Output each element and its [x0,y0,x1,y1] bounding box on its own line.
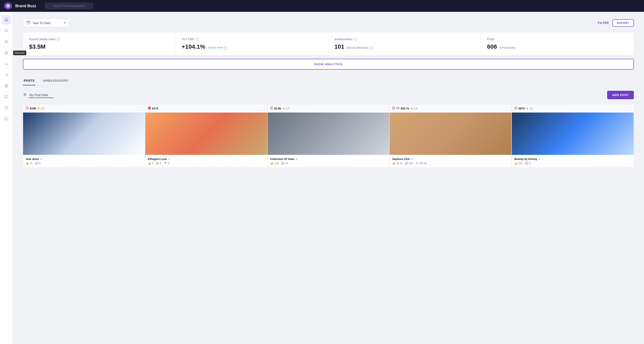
post-stats-3: 👍 15.7k 💬 142 👁 147.3k [392,162,509,165]
post-meta-2: $2.8k 4.7 [270,107,290,110]
stat-value-posts: 606 [487,43,497,50]
post-checkbox-3[interactable] [506,107,509,110]
svg-marker-1 [7,5,9,7]
sidebar-item-barchart[interactable] [2,59,11,69]
sidebar-item-notifications[interactable] [2,15,11,24]
sidebar-item-people[interactable] [2,37,11,46]
topbar: Brand Buzz 🔍 [0,0,644,12]
post-stats-1: 👍 0 💬 0 📍 0 [148,162,264,165]
post-author-name-4: Beauty by Kelsey [514,158,537,161]
svg-rect-29 [26,107,28,109]
stat-cards: Earned Media Value ℹ $3.5M YoY EMV ℹ +10… [23,32,634,55]
post-stats-4: 👍 231 💬 5 [514,162,631,165]
post-location-1: 📍 0 [164,162,169,165]
svg-point-15 [6,85,7,87]
post-likes-1: 👍 0 [148,162,153,165]
sidebar-item-list[interactable] [2,70,11,80]
sidebar-item-import[interactable] [2,114,11,124]
post-checkbox-0[interactable] [139,107,142,110]
stat-value-emv: $3.5M [29,43,170,50]
sidebar: Discover [0,12,13,344]
comment-icon-1: 💬 [156,162,159,165]
location-icon-1: 📍 [164,162,167,165]
show-analytics-button[interactable]: SHOW ANALYTICS [23,59,634,70]
post-checkbox-2[interactable] [383,107,386,110]
header-bar: Year To Date ▼ FILTER EXPORT [23,19,634,27]
post-rating-4: 3.3 [526,107,533,110]
main-content: Year To Date ▼ FILTER EXPORT Earned Medi… [13,12,644,344]
amb-info-icon[interactable]: ℹ [354,37,357,41]
amb-sub-info-icon[interactable]: ℹ [370,46,373,50]
sidebar-item-chat[interactable] [2,92,11,102]
post-card-header-2: $2.8k 4.7 [268,105,389,113]
post-emv-2: $2.8k [274,107,281,110]
stat-label-posts: Posts [487,37,628,41]
date-filter-label: Year To Date [32,21,51,25]
post-emv-0: $199 [30,107,36,110]
post-stats-0: 👍 11 💬 0 [26,162,142,165]
search-input[interactable] [45,2,93,9]
yoy-sub-info-icon[interactable]: ℹ [224,46,227,50]
post-footer-4: Beauty by Kelsey ✔ 👍 231 💬 5 [512,155,634,167]
svg-rect-35 [392,107,395,109]
verified-icon-1: ✔ [168,158,170,161]
posts-bar: By Post Date ADD POST [23,91,634,99]
verified-icon-0: ✔ [40,158,42,161]
stat-label-emv: Earned Media Value ℹ [29,37,170,41]
tab-ambassadors[interactable]: AMBASSADORS [42,76,69,85]
sort-filter: By Post Date [23,92,54,98]
export-button[interactable]: EXPORT [612,19,634,27]
svg-marker-39 [410,108,413,110]
stat-value-ambassadors: 101 [334,43,344,50]
stat-value-yoy: +104.1% [182,43,205,50]
verified-icon-2: ✔ [296,158,298,161]
post-emv-1: $173 [152,107,158,110]
post-comments-1: 💬 0 [156,162,161,165]
post-author-2: Collection Of Vials ✔ [270,158,387,161]
calendar-icon [26,20,30,25]
post-image-1 [145,113,267,155]
stat-value-row-posts: 606 6 Posts/Amb. [487,43,628,50]
post-card-3: $32.7k 2.4 Sephora USA ✔ 👍 15.7 [389,104,512,168]
yoy-info-icon[interactable]: ℹ [196,37,199,41]
svg-marker-31 [38,108,40,110]
add-post-button[interactable]: ADD POST [607,91,634,99]
sidebar-item-flag[interactable] [2,26,11,35]
sidebar-item-discover[interactable]: Discover [2,48,11,58]
emv-info-icon[interactable]: ℹ [57,37,60,41]
post-checkbox-1[interactable] [261,107,264,110]
post-card-header-4: $670 3.3 [512,105,634,113]
post-checkbox-4[interactable] [628,107,631,110]
post-footer-0: Jme Jinxx ✔ 👍 11 💬 0 [23,155,145,167]
post-stats-2: 👍 1.2k 💬 47 [270,162,387,165]
sidebar-item-settings[interactable] [2,81,11,91]
post-card-header-0: $199 1.5 [23,105,145,113]
post-meta-1: $173 [148,107,158,110]
sort-select[interactable]: By Post Date [29,92,54,98]
svg-point-4 [5,51,8,55]
filter-button[interactable]: FILTER [598,21,609,24]
post-card-2: $2.8k 4.7 Collection Of Vials ✔ 👍 [267,104,390,168]
post-author-name-2: Collection Of Vials [270,158,294,161]
pinterest-icon-1 [148,107,151,110]
post-image-4 [512,113,634,155]
instagram-icon-4 [514,107,517,110]
post-emv-4: $670 [518,107,525,110]
post-comments-0: 💬 0 [35,162,40,165]
sidebar-item-help[interactable] [2,103,11,113]
tab-posts[interactable]: POSTS [23,76,36,85]
thumbs-up-icon-4: 👍 [514,162,518,165]
app-logo[interactable] [4,2,12,10]
thumbs-up-icon-1: 👍 [148,162,151,165]
post-footer-3: Sephora USA ✔ 👍 15.7k 💬 142 👁 147.3k [390,155,512,167]
post-card-1: $173 Effulgent Love ✔ 👍 0 💬 0 [145,104,267,168]
stat-card-yoy: YoY EMV ℹ +104.1% +54.6% PoP ℹ [176,32,328,55]
post-likes-0: 👍 11 [26,162,32,165]
svg-marker-42 [526,108,528,110]
post-footer-2: Collection Of Vials ✔ 👍 1.2k 💬 47 [268,155,389,167]
date-filter-dropdown[interactable]: Year To Date ▼ [23,19,70,27]
thumbs-up-icon-0: 👍 [26,162,29,165]
post-card-header-1: $173 [145,105,267,113]
instagram-icon-2 [270,107,273,110]
svg-rect-38 [396,107,398,109]
